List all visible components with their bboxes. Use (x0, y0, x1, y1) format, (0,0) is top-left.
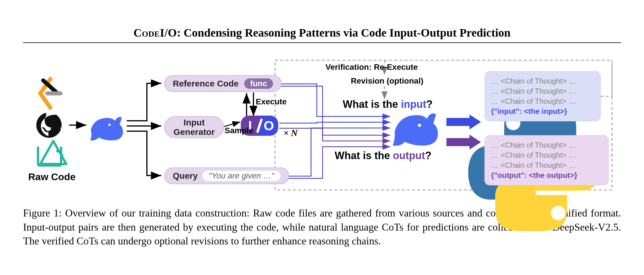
sample-label: Sample (225, 126, 253, 135)
python-icon (237, 96, 247, 106)
times-n-label: × N (283, 128, 298, 138)
q-output-kw: output (393, 150, 425, 161)
input-generator-line2: Generator (173, 127, 215, 137)
question-input: What is the input? (343, 98, 433, 110)
revision-optional: (optional) (387, 76, 423, 85)
cot-input-json: {"input": <the input>} (491, 106, 594, 116)
func-badge: func (244, 78, 273, 89)
input-generator-node: Input Generator (164, 116, 224, 138)
title-codeio: CodeI/O (133, 26, 177, 39)
matrix-icon (38, 141, 66, 165)
input-generator-line1: Input (183, 118, 204, 127)
python-icon-small (426, 62, 436, 72)
q-output-prefix: What is the (335, 150, 393, 161)
revision-prefix: Revision (351, 76, 384, 85)
svg-point-3 (60, 154, 63, 157)
cot-output-box: … <Chain of Thought> … … <Chain of Thoug… (484, 135, 609, 185)
caption-prefix: Figure 1: (23, 207, 65, 219)
q-input-prefix: What is the (343, 98, 401, 110)
deepseek-whale-icon-left (90, 117, 123, 141)
figure-1: Raw Code Reference Code func Input Gener… (23, 52, 621, 196)
divider (23, 42, 621, 43)
q-input-kw: input (401, 98, 426, 110)
cot-line-o3: … <Chain of Thought> … (491, 160, 602, 170)
github-icon (36, 111, 69, 138)
cot-line-1: … <Chain of Thought> … (491, 76, 594, 86)
query-label: Query (173, 171, 198, 181)
svg-point-1 (36, 112, 62, 138)
reference-code-node: Reference Code func (164, 75, 282, 92)
cot-line-2: … <Chain of Thought> … (491, 86, 594, 96)
verification-label: Verification: Re-Execute (325, 63, 418, 72)
cot-line-o2: … <Chain of Thought> … (491, 150, 602, 160)
reference-code-label: Reference Code (173, 79, 238, 88)
svg-point-16 (551, 206, 565, 220)
page-title: CodeI/O: Condensing Reasoning Patterns v… (23, 26, 621, 39)
revision-label: Revision (optional) (351, 76, 423, 86)
raw-code-label: Raw Code (28, 171, 75, 182)
cot-output-json: {"output": <the output>} (491, 170, 602, 180)
question-output: What is the output? (335, 150, 431, 162)
title-rest: : Condensing Reasoning Patterns via Code… (177, 26, 510, 39)
cot-input-box: … <Chain of Thought> … … <Chain of Thoug… (484, 71, 601, 121)
leetcode-icon (40, 79, 60, 108)
svg-point-2 (56, 150, 59, 152)
cot-line-o1: … <Chain of Thought> … (491, 140, 602, 150)
cot-line-3: … <Chain of Thought> … (491, 96, 594, 106)
q-output-suffix: ? (425, 150, 431, 161)
q-input-suffix: ? (426, 98, 433, 110)
svg-point-5 (108, 124, 111, 126)
